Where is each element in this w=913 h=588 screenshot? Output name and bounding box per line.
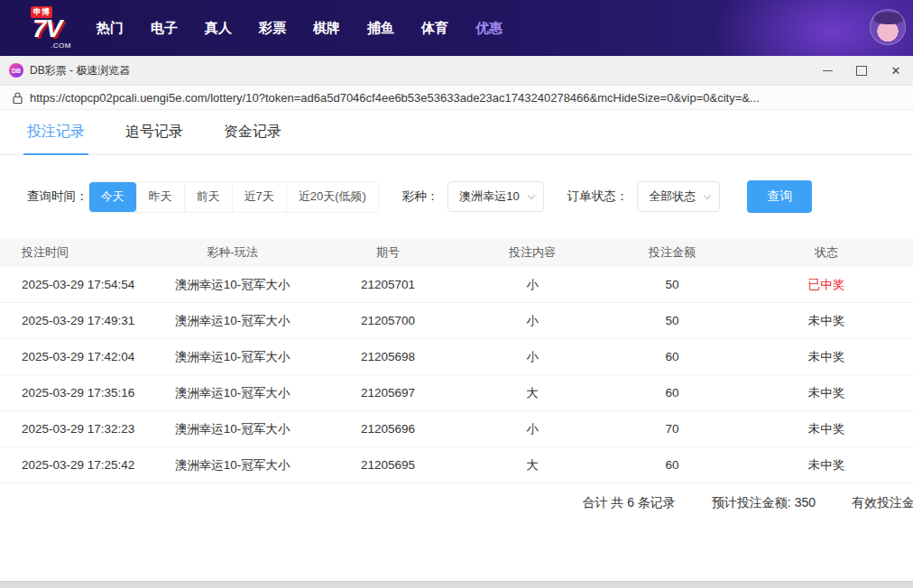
cell-content: 小: [460, 349, 604, 365]
cell-content: 小: [460, 277, 604, 293]
table-header-row: 投注时间 彩种-玩法 期号 投注内容 投注金额 状态: [0, 238, 913, 267]
minimize-button[interactable]: [810, 56, 844, 85]
cell-amount: 70: [604, 422, 740, 436]
cell-game: 澳洲幸运10-冠军大小: [149, 277, 316, 293]
maximize-button[interactable]: [844, 56, 879, 85]
cell-issue: 21205697: [316, 386, 460, 400]
cell-bet-time: 2025-03-29 17:42:04: [0, 350, 149, 363]
cell-game: 澳洲幸运10-冠军大小: [149, 421, 316, 437]
cell-issue: 21205700: [316, 314, 460, 327]
close-button[interactable]: ✕: [879, 56, 913, 85]
cell-game: 澳洲幸运10-冠军大小: [149, 349, 316, 365]
horizontal-scrollbar[interactable]: [0, 581, 913, 588]
cell-status: 已中奖: [740, 277, 913, 293]
col-header-status: 状态: [740, 244, 913, 261]
time-option-today[interactable]: 今天: [89, 182, 136, 212]
col-header-amount: 投注金额: [604, 244, 740, 261]
logo-sub: .COM: [51, 41, 71, 50]
col-header-game: 彩种-玩法: [149, 244, 316, 261]
filter-bar: 查询时间： 今天 昨天 前天 近7天 近20天(低频) 彩种： 澳洲幸运10 订…: [0, 180, 913, 213]
cell-amount: 50: [604, 278, 740, 291]
site-navbar: 申博 7V .COM 热门 电子 真人 彩票 棋牌 捕鱼 体育 优惠: [0, 0, 913, 56]
cell-status: 未中奖: [740, 457, 913, 473]
cell-amount: 60: [604, 458, 740, 472]
col-header-time: 投注时间: [0, 244, 149, 261]
cell-game: 澳洲幸运10-冠军大小: [149, 385, 316, 401]
summary-expected-amount: 预计投注金额: 350: [712, 495, 816, 511]
nav-item-promo[interactable]: 优惠: [462, 20, 516, 37]
time-option-yesterday[interactable]: 昨天: [136, 182, 184, 212]
summary-bar: 合计 共 6 条记录 预计投注金额: 350 有效投注金: [0, 483, 913, 523]
order-status-select[interactable]: 全部状态: [637, 181, 720, 212]
nav-item-sports[interactable]: 体育: [408, 20, 462, 37]
chevron-down-icon: [528, 192, 535, 199]
time-filter-label: 查询时间：: [27, 188, 88, 205]
cell-bet-time: 2025-03-29 17:25:42: [0, 458, 149, 472]
address-bar[interactable]: https://ctopcp02pcali.uengi5e.com/lotter…: [0, 86, 913, 110]
nav-item-fishing[interactable]: 捕鱼: [354, 20, 408, 37]
tab-fund-records[interactable]: 资金记录: [224, 110, 281, 154]
window-controls: ✕: [810, 56, 913, 85]
cell-issue: 21205701: [316, 278, 460, 291]
cell-game: 澳洲幸运10-冠军大小: [149, 313, 316, 329]
summary-total: 合计 共 6 条记录: [582, 495, 675, 511]
nav-item-slots[interactable]: 电子: [137, 20, 191, 37]
nav-item-live[interactable]: 真人: [191, 20, 245, 37]
cell-amount: 60: [604, 350, 740, 363]
cell-bet-time: 2025-03-29 17:35:16: [0, 386, 149, 400]
search-button[interactable]: 查询: [747, 180, 812, 213]
record-tabs: 投注记录 追号记录 资金记录: [0, 110, 913, 155]
table-row: 2025-03-29 17:35:16 澳洲幸运10-冠军大小 21205697…: [0, 375, 913, 411]
order-status-value: 全部状态: [649, 188, 696, 205]
main-nav: 热门 电子 真人 彩票 棋牌 捕鱼 体育 优惠: [83, 0, 516, 56]
cell-bet-time: 2025-03-29 17:49:31: [0, 314, 149, 327]
status-filter-label: 订单状态：: [567, 188, 629, 205]
table-row: 2025-03-29 17:42:04 澳洲幸运10-冠军大小 21205698…: [0, 339, 913, 375]
col-header-content: 投注内容: [460, 244, 604, 261]
table-row: 2025-03-29 17:25:42 澳洲幸运10-冠军大小 21205695…: [0, 447, 913, 483]
col-header-issue: 期号: [316, 244, 460, 261]
window-title: DB彩票 - 极速浏览器: [30, 63, 130, 78]
screen: 申博 7V .COM 热门 电子 真人 彩票 棋牌 捕鱼 体育 优惠 DB DB…: [0, 0, 913, 588]
tab-chase-records[interactable]: 追号记录: [125, 110, 183, 154]
nav-item-lottery[interactable]: 彩票: [245, 20, 300, 37]
cell-content: 大: [460, 457, 604, 473]
browser-app-icon: DB: [9, 63, 23, 78]
cell-status: 未中奖: [740, 421, 913, 437]
table-row: 2025-03-29 17:32:23 澳洲幸运10-冠军大小 21205696…: [0, 411, 913, 447]
cell-amount: 50: [604, 314, 740, 327]
cell-status: 未中奖: [740, 313, 913, 329]
titlebar-left: DB DB彩票 - 极速浏览器: [0, 63, 130, 78]
cell-bet-time: 2025-03-29 17:32:23: [0, 422, 149, 436]
url-text[interactable]: https://ctopcp02pcali.uengi5e.com/lotter…: [30, 91, 760, 105]
nav-item-hot[interactable]: 热门: [83, 20, 137, 37]
cell-content: 大: [460, 385, 604, 401]
cell-issue: 21205696: [316, 422, 460, 436]
bet-records-table: 投注时间 彩种-玩法 期号 投注内容 投注金额 状态 2025-03-29 17…: [0, 238, 913, 483]
cell-issue: 21205698: [316, 350, 460, 363]
cell-status: 未中奖: [740, 349, 913, 365]
site-logo[interactable]: 申博 7V .COM: [31, 6, 85, 50]
browser-titlebar: DB DB彩票 - 极速浏览器 ✕: [0, 56, 913, 86]
time-option-7days[interactable]: 近7天: [232, 182, 286, 212]
lottery-filter-label: 彩种：: [402, 188, 439, 205]
cell-content: 小: [460, 421, 604, 437]
cell-bet-time: 2025-03-29 17:54:54: [0, 278, 149, 291]
time-option-20days[interactable]: 近20天(低频): [286, 182, 378, 212]
cell-amount: 60: [604, 386, 740, 400]
nav-item-cards[interactable]: 棋牌: [300, 20, 354, 37]
table-row: 2025-03-29 17:54:54 澳洲幸运10-冠军大小 21205701…: [0, 267, 913, 303]
table-row: 2025-03-29 17:49:31 澳洲幸运10-冠军大小 21205700…: [0, 303, 913, 339]
summary-valid-amount: 有效投注金: [852, 495, 913, 511]
time-filter-group: 今天 昨天 前天 近7天 近20天(低频): [88, 181, 379, 213]
lottery-select[interactable]: 澳洲幸运10: [447, 181, 543, 212]
cell-content: 小: [460, 313, 604, 329]
tab-bet-records[interactable]: 投注记录: [27, 110, 85, 154]
avatar[interactable]: [870, 9, 906, 45]
logo-main: 7V: [32, 14, 61, 43]
cell-status: 未中奖: [740, 385, 913, 401]
cell-issue: 21205695: [316, 458, 460, 472]
lottery-select-value: 澳洲幸运10: [459, 188, 519, 205]
lock-icon[interactable]: [13, 92, 23, 104]
time-option-daybefore[interactable]: 前天: [184, 182, 232, 212]
